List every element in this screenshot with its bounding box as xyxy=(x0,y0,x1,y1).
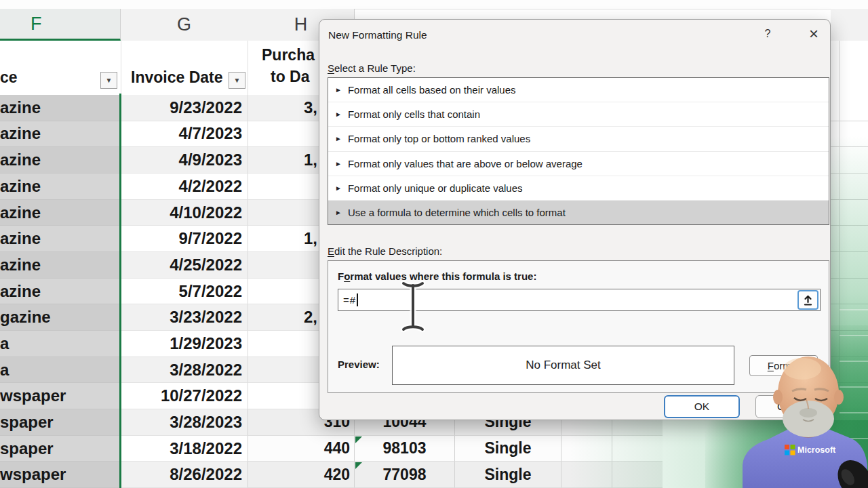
cell-invoice-date[interactable]: 3/18/2022 xyxy=(121,436,248,462)
cell-invoice-date[interactable]: 3/28/2023 xyxy=(121,409,248,436)
rule-type-list: ►Format all cells based on their values►… xyxy=(328,77,829,225)
cell-invoice-date[interactable]: 10/27/2022 xyxy=(121,383,248,409)
table-row: azine9/7/20221, xyxy=(0,226,354,252)
cell-source[interactable]: azine xyxy=(0,95,121,121)
table-row: azine5/7/2022 xyxy=(0,279,354,305)
table-row: azine4/7/2023 xyxy=(0,121,354,148)
rule-type-item[interactable]: ►Format only values that are above or be… xyxy=(328,151,829,176)
rule-type-item-label: Format only cells that contain xyxy=(348,108,480,120)
rule-type-item[interactable]: ►Format all cells based on their values xyxy=(328,78,829,102)
preview-box: No Format Set xyxy=(392,346,734,385)
cell-source[interactable]: azine xyxy=(0,121,121,148)
cell-purchases[interactable] xyxy=(248,121,319,148)
cell-source[interactable]: wspaper xyxy=(0,462,121,488)
cell-invoice-date[interactable]: 4/2/2022 xyxy=(121,174,248,200)
close-icon[interactable]: × xyxy=(805,25,823,43)
cell-invoice-date[interactable]: 5/7/2022 xyxy=(121,279,248,305)
cell-source[interactable]: azine xyxy=(0,200,121,226)
error-flag-icon xyxy=(355,462,362,469)
right-strip xyxy=(831,41,868,95)
rule-type-item-label: Format only values that are above or bel… xyxy=(348,158,583,169)
collapse-dialog-icon xyxy=(803,294,813,306)
cell-type[interactable]: Single xyxy=(454,436,561,462)
cell-purchases[interactable]: 3, xyxy=(248,95,319,121)
cell-invoice-date[interactable]: 4/9/2023 xyxy=(121,147,248,174)
cell-purchases[interactable]: 440 xyxy=(248,436,354,462)
cell-purchases[interactable] xyxy=(248,383,319,409)
cell-source[interactable]: spaper xyxy=(0,409,121,436)
cell-purchases[interactable]: 420 xyxy=(248,462,354,488)
rule-type-item-label: Format only unique or duplicate values xyxy=(348,182,523,194)
error-flag-icon xyxy=(355,436,362,443)
cell-purchases[interactable] xyxy=(248,279,319,305)
rule-type-label: Select a Rule Type: xyxy=(328,62,416,74)
cell-source[interactable]: gazine xyxy=(0,304,121,331)
cell-invoice-date[interactable]: 9/23/2022 xyxy=(121,95,248,121)
cell-source[interactable]: azine xyxy=(0,174,121,200)
cell-source[interactable]: azine xyxy=(0,147,121,174)
table-row: a3/28/2022 xyxy=(0,357,354,384)
rule-bullet-icon: ► xyxy=(335,86,342,94)
rule-bullet-icon: ► xyxy=(335,160,342,167)
cell-purchases[interactable]: 1, xyxy=(248,147,319,174)
table-row: azine4/10/2022 xyxy=(0,200,354,226)
rule-bullet-icon: ► xyxy=(335,209,342,216)
cell-source[interactable]: spaper xyxy=(0,436,121,462)
rule-bullet-icon: ► xyxy=(335,184,342,192)
rule-type-item-label: Format only top or bottom ranked values xyxy=(348,133,530,144)
cell-invoice-date[interactable]: 3/23/2022 xyxy=(121,304,248,331)
table-row: azine4/2/2022 xyxy=(0,174,354,200)
cell-invoice-date[interactable]: 4/10/2022 xyxy=(121,200,248,226)
cell-purchases[interactable] xyxy=(248,331,319,357)
webcam-overlay: Microsoft xyxy=(736,317,868,488)
cell-invoice-date[interactable]: 4/7/2023 xyxy=(121,121,248,148)
dialog-title: New Formatting Rule xyxy=(328,29,427,41)
table-row: azine9/23/20223, xyxy=(0,95,354,121)
excel-window: F G H ce ▼ Invoice Date ▼ Purcha to Da a… xyxy=(0,0,868,488)
rule-type-item[interactable]: ►Format only unique or duplicate values xyxy=(328,176,829,200)
cell-number[interactable]: 77098 xyxy=(354,462,454,488)
table-row: azine4/9/20231, xyxy=(0,147,354,174)
cell-source[interactable]: wspaper xyxy=(0,383,121,409)
rule-bullet-icon: ► xyxy=(335,135,342,142)
rule-type-item[interactable]: ►Format only cells that contain xyxy=(328,102,829,126)
help-icon[interactable]: ? xyxy=(760,28,775,40)
rule-type-item-label: Use a formula to determine which cells t… xyxy=(348,207,566,218)
presenter-head xyxy=(773,357,844,437)
cell-purchases[interactable]: 2, xyxy=(248,304,319,331)
cell-number[interactable]: 98103 xyxy=(354,436,454,462)
cell-purchases[interactable] xyxy=(248,252,319,279)
cell-invoice-date[interactable]: 3/28/2022 xyxy=(121,357,248,384)
cell-type[interactable]: Single xyxy=(454,462,561,488)
formula-value: =# xyxy=(343,294,356,306)
cell-purchases[interactable]: 1, xyxy=(248,226,319,252)
cell-purchases[interactable] xyxy=(248,200,319,226)
presenter: Microsoft xyxy=(736,317,868,488)
table-row: a1/29/2023 xyxy=(0,331,354,357)
cell-invoice-date[interactable]: 4/25/2022 xyxy=(121,252,248,279)
preview-label: Preview: xyxy=(338,359,380,370)
formula-label: Format values where this formula is true… xyxy=(338,270,536,282)
cell-invoice-date[interactable]: 9/7/2022 xyxy=(121,226,248,252)
selection-border xyxy=(119,94,121,488)
rule-type-item[interactable]: ►Format only top or bottom ranked values xyxy=(328,126,829,150)
ok-button[interactable]: OK xyxy=(664,395,740,418)
rule-type-item[interactable]: ►Use a formula to determine which cells … xyxy=(328,200,829,224)
ibeam-cursor xyxy=(395,278,431,335)
cell-purchases[interactable] xyxy=(248,357,319,384)
cell-source[interactable]: azine xyxy=(0,252,121,279)
cell-source[interactable]: a xyxy=(0,331,121,357)
table-row: azine4/25/2022 xyxy=(0,252,354,279)
cell-invoice-date[interactable]: 8/26/2022 xyxy=(121,462,248,488)
table-row: wspaper10/27/2022 xyxy=(0,383,354,409)
collapse-dialog-button[interactable] xyxy=(797,290,818,310)
table-row: gazine3/23/20222, xyxy=(0,304,354,331)
cell-source[interactable]: a xyxy=(0,357,121,384)
cell-invoice-date[interactable]: 1/29/2023 xyxy=(121,331,248,357)
cell-source[interactable]: azine xyxy=(0,226,121,252)
edit-description-label: Edit the Rule Description: xyxy=(328,245,442,257)
cell-purchases[interactable] xyxy=(248,174,319,200)
rule-bullet-icon: ► xyxy=(335,110,342,118)
cell-source[interactable]: azine xyxy=(0,279,121,305)
rule-type-item-label: Format all cells based on their values xyxy=(348,84,516,96)
